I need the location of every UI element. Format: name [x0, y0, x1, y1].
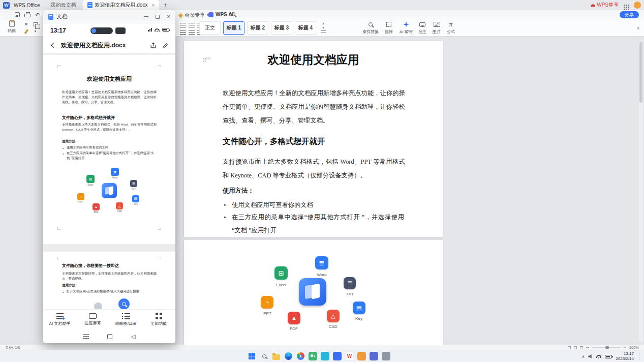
start-button-icon[interactable] — [248, 352, 256, 360]
view-mode-3-icon[interactable] — [580, 346, 583, 349]
view-mode-1-icon[interactable] — [568, 346, 571, 349]
messenger-app-icon[interactable] — [309, 352, 317, 360]
zoom-slider[interactable] — [592, 347, 621, 348]
menu-icon[interactable] — [4, 13, 10, 17]
tab-document-active[interactable]: 欢迎使用文档应用.docx × — [83, 0, 160, 10]
select-button[interactable]: 选择 — [380, 21, 397, 35]
print-icon[interactable] — [24, 14, 30, 17]
find-replace-button[interactable]: 查找替换 — [362, 21, 379, 35]
zoom-in-icon[interactable]: + — [624, 346, 626, 350]
gallery-more-icon[interactable] — [321, 31, 326, 34]
screen-mode-pill[interactable] — [115, 27, 126, 34]
phone-document-view[interactable]: 欢迎使用文档应用 欢迎使用文档应用！全新的文档应用新增多种亮点功能，让你的操作更… — [43, 53, 175, 309]
outline-thumbnail-button[interactable]: 缩略图/目录 — [109, 310, 142, 329]
bullet-text: 使用文档应用可查看你的文档 — [232, 201, 313, 208]
edge-browser-icon[interactable] — [284, 352, 293, 360]
battery-icon[interactable] — [605, 355, 612, 358]
file-explorer-icon[interactable] — [272, 352, 281, 360]
fit-screen-button[interactable]: 适应屏幕 — [76, 310, 109, 329]
minimize-icon[interactable] — [144, 16, 148, 17]
user-avatar[interactable] — [634, 2, 641, 9]
bullet-list-button[interactable] — [179, 22, 187, 28]
copy-button[interactable] — [32, 21, 39, 27]
app-icon-teal[interactable] — [321, 352, 329, 360]
style-heading4[interactable]: 标题 4 — [295, 21, 316, 35]
all-features-icon — [156, 313, 162, 319]
style-heading2[interactable]: 标题 2 — [247, 21, 268, 35]
back-icon[interactable] — [49, 42, 56, 49]
nav-back-icon[interactable]: ◁ — [131, 334, 135, 340]
search-button[interactable] — [231, 12, 235, 16]
align-center-button[interactable] — [188, 29, 195, 35]
gallery-up-icon[interactable]: ▴ — [322, 21, 324, 25]
align-left-button[interactable] — [179, 29, 187, 35]
paste-button[interactable]: 粘贴 — [4, 20, 19, 34]
ribbon-collapse-icon[interactable]: ∧ — [636, 25, 640, 31]
close-icon[interactable]: × — [167, 14, 170, 20]
bullet-item-1[interactable]: ● 使用文档应用可查看你的文档 — [232, 198, 404, 212]
formula-label: 公式 — [447, 29, 455, 35]
document-page-2[interactable]: ⊞ Excel ≣ Word ≣ TXT ◔ PPT ▲ PDF △ CAD ▤… — [184, 240, 443, 345]
recent-apps-icon[interactable] — [83, 334, 89, 339]
speaker-icon[interactable] — [588, 354, 593, 358]
apps-grid-icon[interactable] — [624, 5, 625, 6]
scrollbar-thumb[interactable] — [639, 42, 642, 103]
usage-label[interactable]: 使用方法： — [223, 184, 254, 198]
clipboard-more-button[interactable]: ▾ — [32, 28, 39, 34]
style-heading3[interactable]: 标题 3 — [271, 21, 292, 35]
page-indicator: 页码: 1/6 — [5, 345, 20, 350]
phone-share-icon[interactable] — [149, 42, 157, 49]
app-icon-gray[interactable] — [382, 352, 390, 360]
phone-bullet-1: ●使用文档应用可查看你的文档 — [67, 145, 155, 150]
formula-button[interactable]: π 公式 — [442, 21, 459, 35]
zoom-out-icon[interactable] — [586, 347, 589, 348]
taskbar-search-icon[interactable] — [260, 352, 268, 360]
phone-mirror-window: 文档 × 13:17 欢迎使用文档应用.docx — [43, 10, 175, 343]
phone-window-titlebar[interactable]: 文档 × — [43, 10, 175, 23]
zoom-knob[interactable] — [605, 346, 609, 349]
document-heading-2[interactable]: 文件随心开，多格式想开就开 — [223, 136, 325, 147]
undo-icon[interactable]: ↶ — [35, 12, 40, 18]
edit-pencil-icon[interactable] — [162, 42, 169, 49]
bullet-item-2[interactable]: ● 在三方应用的菜单中选择“使用其他方式打开 ”，并选择使用“文档 ”应用打开 — [232, 210, 404, 237]
share-button[interactable]: 分享 — [620, 11, 639, 18]
ai-doc-assistant-button[interactable]: AI 文档助手 — [43, 310, 76, 329]
maximize-icon[interactable] — [156, 15, 160, 19]
document-title[interactable]: 欢迎使用文档应用 — [184, 52, 443, 68]
ai-write-button[interactable]: AI 帮写 — [397, 21, 415, 35]
style-heading1[interactable]: 标题 1 — [223, 21, 244, 35]
style-normal[interactable]: 正文 — [199, 21, 221, 35]
new-tab-button[interactable]: + — [161, 1, 169, 9]
home-icon[interactable] — [107, 334, 112, 339]
member-label: 会员专享 — [185, 12, 205, 19]
app-icon-orange[interactable] — [357, 352, 366, 360]
tray-expand-icon[interactable]: ∧ — [582, 354, 585, 359]
format-painter-button[interactable] — [22, 28, 30, 34]
save-icon[interactable] — [15, 12, 20, 17]
document-page-1[interactable]: H1 欢迎使用文档应用 欢迎使用文档应用！全新的文档应用新增多种亮点功能，让你的… — [184, 41, 443, 237]
gallery-down-icon[interactable]: ▾ — [322, 26, 324, 29]
document-scrollbar[interactable] — [639, 41, 643, 342]
number-list-button[interactable] — [188, 22, 195, 28]
tab-close-icon[interactable]: × — [151, 3, 155, 8]
app-icon-indigo[interactable] — [370, 352, 378, 360]
tab-cloud-docs[interactable]: 我的云文档 — [46, 0, 81, 10]
wps-tab-bar: W WPS Office 我的云文档 欢迎使用文档应用.docx × + WPS… — [0, 0, 644, 10]
wps-ai-button[interactable]: WPS AI — [208, 12, 233, 17]
member-button[interactable]: 会员专享 ▾ — [179, 12, 209, 19]
view-mode-2-icon[interactable] — [574, 346, 577, 349]
premium-badge[interactable]: WPS尊享 — [591, 2, 619, 9]
screen-toggle-pill[interactable] — [90, 27, 113, 34]
taskbar-clock[interactable]: 13:17 2023/2/14 — [616, 351, 634, 361]
system-tray: ∧ 13:17 2023/2/14 — [582, 350, 640, 362]
cut-button[interactable]: ✕ — [22, 21, 30, 27]
app-icon-blue[interactable] — [333, 352, 342, 360]
all-features-button[interactable]: 全部功能 — [142, 310, 175, 329]
phone-time: 13:17 — [50, 27, 66, 34]
show-desktop-button[interactable] — [639, 352, 640, 360]
chrome-browser-icon[interactable] — [296, 352, 305, 360]
paragraph-1[interactable]: 欢迎使用文档应用！全新的文档应用新增多种亮点功能，让你的操作更简单、更便捷。文档… — [223, 86, 405, 128]
paragraph-2[interactable]: 支持预览市面上绝大多数文档格式，包括 Word、PPT 等常用格式和 Keyno… — [223, 155, 405, 183]
wps-taskbar-icon[interactable]: W — [345, 352, 354, 360]
network-icon[interactable] — [596, 355, 601, 358]
